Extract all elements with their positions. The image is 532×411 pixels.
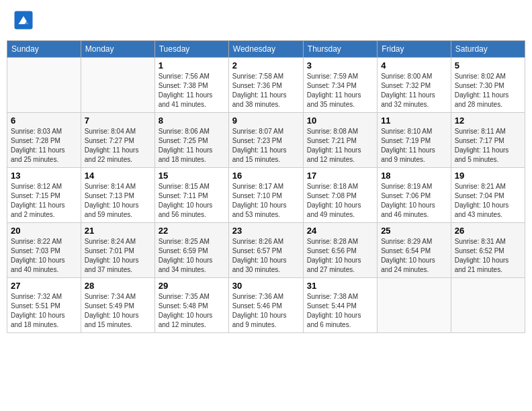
calendar-day-cell: 4Sunrise: 8:00 AMSunset: 7:32 PMDaylight… — [378, 58, 451, 113]
day-info: Sunrise: 8:29 AMSunset: 6:54 PMDaylight:… — [381, 237, 447, 275]
calendar-day-cell: 27Sunrise: 7:32 AMSunset: 5:51 PMDayligh… — [7, 278, 81, 333]
calendar-day-cell: 14Sunrise: 8:14 AMSunset: 7:13 PMDayligh… — [81, 168, 154, 223]
day-number: 31 — [307, 281, 373, 291]
calendar-day-cell: 30Sunrise: 7:36 AMSunset: 5:46 PMDayligh… — [228, 278, 303, 333]
calendar-week-row: 27Sunrise: 7:32 AMSunset: 5:51 PMDayligh… — [7, 278, 525, 333]
day-info: Sunrise: 8:28 AMSunset: 6:56 PMDaylight:… — [307, 237, 373, 275]
day-number: 26 — [455, 226, 521, 236]
calendar-day-cell: 6Sunrise: 8:03 AMSunset: 7:28 PMDaylight… — [7, 113, 81, 168]
day-info: Sunrise: 8:31 AMSunset: 6:52 PMDaylight:… — [455, 237, 521, 275]
calendar-day-cell: 11Sunrise: 8:10 AMSunset: 7:19 PMDayligh… — [378, 113, 451, 168]
day-info: Sunrise: 7:34 AMSunset: 5:49 PMDaylight:… — [85, 292, 151, 330]
day-info: Sunrise: 8:07 AMSunset: 7:23 PMDaylight:… — [232, 127, 300, 165]
day-number: 3 — [307, 60, 373, 71]
day-number: 20 — [11, 226, 77, 236]
day-number: 30 — [232, 281, 300, 291]
calendar-day-cell: 29Sunrise: 7:35 AMSunset: 5:48 PMDayligh… — [154, 278, 228, 333]
day-number: 14 — [85, 171, 151, 181]
logo-icon — [13, 10, 34, 30]
day-number: 6 — [11, 116, 77, 126]
calendar-header-row: SundayMondayTuesdayWednesdayThursdayFrid… — [7, 41, 525, 58]
day-number: 24 — [307, 226, 373, 236]
day-info: Sunrise: 8:06 AMSunset: 7:25 PMDaylight:… — [159, 127, 225, 165]
day-of-week-header: Saturday — [451, 41, 525, 58]
day-info: Sunrise: 7:35 AMSunset: 5:48 PMDaylight:… — [159, 292, 225, 330]
day-of-week-header: Tuesday — [154, 41, 228, 58]
day-info: Sunrise: 7:58 AMSunset: 7:36 PMDaylight:… — [232, 72, 300, 109]
day-info: Sunrise: 8:11 AMSunset: 7:17 PMDaylight:… — [455, 127, 521, 165]
calendar-day-cell: 8Sunrise: 8:06 AMSunset: 7:25 PMDaylight… — [154, 113, 228, 168]
day-number: 16 — [232, 171, 300, 181]
day-info: Sunrise: 8:04 AMSunset: 7:27 PMDaylight:… — [85, 127, 151, 165]
calendar-table: SundayMondayTuesdayWednesdayThursdayFrid… — [7, 40, 525, 333]
calendar-day-cell — [81, 58, 154, 113]
day-info: Sunrise: 8:00 AMSunset: 7:32 PMDaylight:… — [381, 72, 447, 109]
calendar-day-cell: 26Sunrise: 8:31 AMSunset: 6:52 PMDayligh… — [451, 223, 525, 278]
day-info: Sunrise: 7:56 AMSunset: 7:38 PMDaylight:… — [159, 72, 225, 109]
calendar-week-row: 20Sunrise: 8:22 AMSunset: 7:03 PMDayligh… — [7, 223, 525, 278]
calendar-day-cell: 16Sunrise: 8:17 AMSunset: 7:10 PMDayligh… — [228, 168, 303, 223]
calendar-day-cell — [378, 278, 451, 333]
calendar-day-cell: 20Sunrise: 8:22 AMSunset: 7:03 PMDayligh… — [7, 223, 81, 278]
day-number: 19 — [455, 171, 521, 181]
page-header — [7, 7, 525, 34]
day-number: 9 — [232, 116, 300, 126]
day-number: 11 — [381, 116, 447, 126]
day-of-week-header: Thursday — [303, 41, 377, 58]
day-number: 28 — [85, 281, 151, 291]
day-info: Sunrise: 8:02 AMSunset: 7:30 PMDaylight:… — [455, 72, 521, 109]
day-number: 21 — [85, 226, 151, 236]
day-info: Sunrise: 8:17 AMSunset: 7:10 PMDaylight:… — [232, 182, 300, 220]
day-number: 1 — [159, 60, 225, 71]
day-number: 10 — [307, 116, 373, 126]
calendar-day-cell — [7, 58, 81, 113]
day-info: Sunrise: 7:32 AMSunset: 5:51 PMDaylight:… — [11, 292, 77, 330]
calendar-day-cell: 21Sunrise: 8:24 AMSunset: 7:01 PMDayligh… — [81, 223, 154, 278]
calendar-week-row: 6Sunrise: 8:03 AMSunset: 7:28 PMDaylight… — [7, 113, 525, 168]
calendar-day-cell: 18Sunrise: 8:19 AMSunset: 7:06 PMDayligh… — [378, 168, 451, 223]
day-number: 13 — [11, 171, 77, 181]
logo — [13, 10, 35, 30]
calendar-day-cell: 13Sunrise: 8:12 AMSunset: 7:15 PMDayligh… — [7, 168, 81, 223]
day-number: 17 — [307, 171, 373, 181]
day-info: Sunrise: 8:21 AMSunset: 7:04 PMDaylight:… — [455, 182, 521, 220]
day-number: 4 — [381, 60, 447, 71]
day-info: Sunrise: 8:26 AMSunset: 6:57 PMDaylight:… — [232, 237, 300, 275]
calendar-day-cell: 9Sunrise: 8:07 AMSunset: 7:23 PMDaylight… — [228, 113, 303, 168]
calendar-day-cell: 31Sunrise: 7:38 AMSunset: 5:44 PMDayligh… — [303, 278, 377, 333]
calendar-day-cell: 19Sunrise: 8:21 AMSunset: 7:04 PMDayligh… — [451, 168, 525, 223]
day-of-week-header: Monday — [81, 41, 154, 58]
day-info: Sunrise: 7:38 AMSunset: 5:44 PMDaylight:… — [307, 292, 373, 330]
calendar-day-cell: 1Sunrise: 7:56 AMSunset: 7:38 PMDaylight… — [154, 58, 228, 113]
day-of-week-header: Sunday — [7, 41, 81, 58]
calendar-day-cell: 17Sunrise: 8:18 AMSunset: 7:08 PMDayligh… — [303, 168, 377, 223]
day-info: Sunrise: 8:25 AMSunset: 6:59 PMDaylight:… — [159, 237, 225, 275]
day-info: Sunrise: 8:24 AMSunset: 7:01 PMDaylight:… — [85, 237, 151, 275]
day-info: Sunrise: 8:22 AMSunset: 7:03 PMDaylight:… — [11, 237, 77, 275]
calendar-week-row: 1Sunrise: 7:56 AMSunset: 7:38 PMDaylight… — [7, 58, 525, 113]
day-number: 8 — [159, 116, 225, 126]
calendar-day-cell: 2Sunrise: 7:58 AMSunset: 7:36 PMDaylight… — [228, 58, 303, 113]
calendar-day-cell: 24Sunrise: 8:28 AMSunset: 6:56 PMDayligh… — [303, 223, 377, 278]
day-info: Sunrise: 7:36 AMSunset: 5:46 PMDaylight:… — [232, 292, 300, 330]
day-info: Sunrise: 8:15 AMSunset: 7:11 PMDaylight:… — [159, 182, 225, 220]
day-of-week-header: Wednesday — [228, 41, 303, 58]
day-info: Sunrise: 8:19 AMSunset: 7:06 PMDaylight:… — [381, 182, 447, 220]
day-info: Sunrise: 8:03 AMSunset: 7:28 PMDaylight:… — [11, 127, 77, 165]
calendar-day-cell — [451, 278, 525, 333]
calendar-week-row: 13Sunrise: 8:12 AMSunset: 7:15 PMDayligh… — [7, 168, 525, 223]
calendar-day-cell: 15Sunrise: 8:15 AMSunset: 7:11 PMDayligh… — [154, 168, 228, 223]
day-number: 7 — [85, 116, 151, 126]
calendar-day-cell: 10Sunrise: 8:08 AMSunset: 7:21 PMDayligh… — [303, 113, 377, 168]
calendar-day-cell: 22Sunrise: 8:25 AMSunset: 6:59 PMDayligh… — [154, 223, 228, 278]
day-info: Sunrise: 8:10 AMSunset: 7:19 PMDaylight:… — [381, 127, 447, 165]
day-number: 23 — [232, 226, 300, 236]
calendar-day-cell: 12Sunrise: 8:11 AMSunset: 7:17 PMDayligh… — [451, 113, 525, 168]
calendar-day-cell: 28Sunrise: 7:34 AMSunset: 5:49 PMDayligh… — [81, 278, 154, 333]
day-of-week-header: Friday — [378, 41, 451, 58]
day-number: 25 — [381, 226, 447, 236]
day-info: Sunrise: 8:08 AMSunset: 7:21 PMDaylight:… — [307, 127, 373, 165]
day-number: 12 — [455, 116, 521, 126]
day-number: 5 — [455, 60, 521, 71]
day-number: 2 — [232, 60, 300, 71]
